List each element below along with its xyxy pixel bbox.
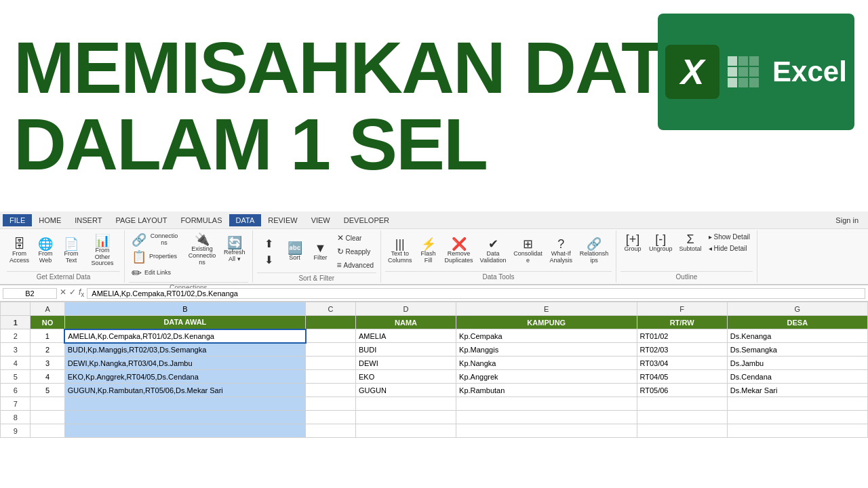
row-num-3[interactable]: 3	[1, 343, 31, 357]
cell-c4[interactable]	[306, 357, 356, 370]
what-if-button[interactable]: ? What-IfAnalysis	[547, 237, 575, 266]
menu-page-layout[interactable]: PAGE LAYOUT	[108, 214, 174, 226]
cell-b6[interactable]: GUGUN,Kp.Rambutan,RT05/06,Ds.Mekar Sari	[64, 384, 305, 397]
cell-f8[interactable]	[637, 411, 727, 424]
existing-connections-button[interactable]: 🔌 ExistingConnections	[184, 232, 220, 268]
col-header-g[interactable]: G	[727, 302, 867, 316]
cell-e6[interactable]: Kp.Rambutan	[456, 384, 637, 397]
edit-links-button[interactable]: ✏ Edit Links	[129, 266, 182, 281]
row-num-6[interactable]: 6	[1, 384, 31, 397]
cell-g5[interactable]: Ds.Cendana	[727, 370, 867, 384]
cell-g1[interactable]: DESA	[727, 316, 867, 329]
cell-g6[interactable]: Ds.Mekar Sari	[727, 384, 867, 397]
cell-c9[interactable]	[306, 424, 356, 438]
cell-f6[interactable]: RT05/06	[637, 384, 727, 397]
relationships-button[interactable]: 🔗 Relationships	[576, 237, 612, 266]
row-num-8[interactable]: 8	[1, 411, 31, 424]
cell-d3[interactable]: BUDI	[356, 343, 456, 357]
refresh-all-button[interactable]: 🔄 RefreshAll ▾	[221, 232, 248, 268]
flash-fill-button[interactable]: ⚡ FlashFill	[416, 237, 441, 266]
cell-f3[interactable]: RT02/03	[637, 343, 727, 357]
cell-f2[interactable]: RT01/02	[637, 329, 727, 343]
cell-c1[interactable]	[306, 316, 356, 329]
reapply-button[interactable]: ↻ Reapply	[334, 245, 377, 258]
cell-e9[interactable]	[456, 424, 637, 438]
data-validation-button[interactable]: ✔ DataValidation	[477, 237, 509, 266]
cell-c6[interactable]	[306, 384, 356, 397]
cell-b1[interactable]: DATA AWAL	[64, 316, 305, 329]
group-button[interactable]: [+] Group	[620, 232, 645, 254]
menu-insert[interactable]: INSERT	[68, 214, 108, 226]
sort-button[interactable]: 🔤 Sort	[283, 241, 307, 263]
show-detail-button[interactable]: ▸ Show Detail	[706, 232, 753, 242]
cell-a3[interactable]: 2	[31, 343, 64, 357]
cell-a4[interactable]: 3	[31, 357, 64, 370]
cell-c3[interactable]	[306, 343, 356, 357]
cell-a9[interactable]	[31, 424, 64, 438]
cell-a1[interactable]: NO	[31, 316, 64, 329]
cell-e4[interactable]: Kp.Nangka	[456, 357, 637, 370]
col-header-d[interactable]: D	[356, 302, 456, 316]
menu-file[interactable]: FILE	[3, 214, 32, 226]
cell-d1[interactable]: NAMA	[356, 316, 456, 329]
cell-f7[interactable]	[637, 397, 727, 411]
hide-detail-button[interactable]: ◂ Hide Detail	[706, 243, 753, 253]
row-num-9[interactable]: 9	[1, 424, 31, 438]
row-num-4[interactable]: 4	[1, 357, 31, 370]
cell-a5[interactable]: 4	[31, 370, 64, 384]
cell-g2[interactable]: Ds.Kenanga	[727, 329, 867, 343]
cell-e5[interactable]: Kp.Anggrek	[456, 370, 637, 384]
cell-d9[interactable]	[356, 424, 456, 438]
cell-f1[interactable]: RT/RW	[637, 316, 727, 329]
cell-g8[interactable]	[727, 411, 867, 424]
filter-button[interactable]: ▼ Filter	[309, 241, 333, 263]
remove-duplicates-button[interactable]: ❌ RemoveDuplicates	[442, 237, 476, 266]
cell-reference-input[interactable]	[3, 288, 57, 299]
menu-developer[interactable]: DEVELOPER	[337, 214, 396, 226]
consolidate-button[interactable]: ⊞ Consolidate	[510, 237, 545, 266]
cell-e8[interactable]	[456, 411, 637, 424]
menu-formulas[interactable]: FORMULAS	[174, 214, 229, 226]
from-other-sources-button[interactable]: 📊 From OtherSources	[85, 233, 120, 269]
cell-e1[interactable]: KAMPUNG	[456, 316, 637, 329]
ungroup-button[interactable]: [-] Ungroup	[646, 232, 675, 254]
cell-g9[interactable]	[727, 424, 867, 438]
menu-view[interactable]: VIEW	[304, 214, 337, 226]
clear-button[interactable]: ✕ Clear	[334, 232, 377, 244]
col-header-b[interactable]: B	[64, 302, 305, 316]
cell-g7[interactable]	[727, 397, 867, 411]
sort-descending-button[interactable]: ⬇	[257, 252, 281, 268]
row-num-7[interactable]: 7	[1, 397, 31, 411]
connections-button[interactable]: 🔗 Connections	[129, 232, 182, 248]
insert-function-icon[interactable]: fx	[79, 287, 84, 298]
text-to-columns-button[interactable]: ||| Text toColumns	[385, 237, 415, 266]
cell-b3[interactable]: BUDI,Kp.Manggis,RT02/03,Ds.Semangka	[64, 343, 305, 357]
row-num-1[interactable]: 1	[1, 316, 31, 329]
cell-f9[interactable]	[637, 424, 727, 438]
col-header-f[interactable]: F	[637, 302, 727, 316]
col-header-e[interactable]: E	[456, 302, 637, 316]
formula-input[interactable]	[87, 288, 865, 299]
row-num-5[interactable]: 5	[1, 370, 31, 384]
cell-c7[interactable]	[306, 397, 356, 411]
cell-g3[interactable]: Ds.Semangka	[727, 343, 867, 357]
cell-f4[interactable]: RT03/04	[637, 357, 727, 370]
sort-ascending-button[interactable]: ⬆	[257, 236, 281, 251]
cell-e7[interactable]	[456, 397, 637, 411]
cell-b9[interactable]	[64, 424, 305, 438]
menu-home[interactable]: HOME	[32, 214, 68, 226]
cell-d5[interactable]: EKO	[356, 370, 456, 384]
cell-b4[interactable]: DEWI,Kp.Nangka,RT03/04,Ds.Jambu	[64, 357, 305, 370]
cell-a2[interactable]: 1	[31, 329, 64, 343]
menu-data[interactable]: DATA	[229, 214, 262, 226]
cell-a6[interactable]: 5	[31, 384, 64, 397]
cancel-formula-icon[interactable]: ✕	[60, 287, 66, 298]
cell-f5[interactable]: RT04/05	[637, 370, 727, 384]
cell-b2[interactable]: AMELIA,Kp.Cempaka,RT01/02,Ds.Kenanga	[64, 329, 305, 343]
col-header-c[interactable]: C	[306, 302, 356, 316]
cell-d8[interactable]	[356, 411, 456, 424]
cell-d6[interactable]: GUGUN	[356, 384, 456, 397]
cell-b8[interactable]	[64, 411, 305, 424]
row-num-2[interactable]: 2	[1, 329, 31, 343]
cell-g4[interactable]: Ds.Jambu	[727, 357, 867, 370]
